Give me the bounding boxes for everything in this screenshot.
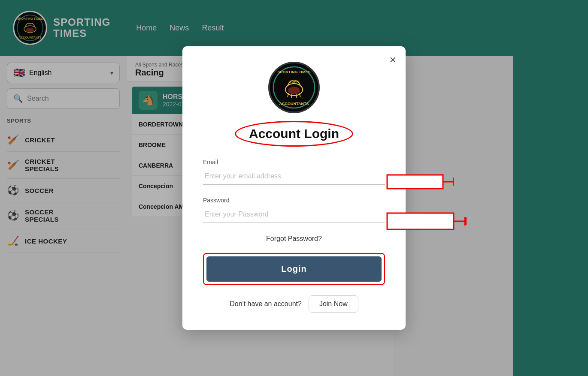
svg-point-12 [288, 87, 300, 94]
password-label: Password [203, 197, 385, 204]
svg-text:TURF: TURF [289, 80, 298, 84]
email-arrow [385, 171, 454, 192]
svg-rect-17 [387, 213, 454, 229]
modal-title-wrapper: Account Login [203, 121, 385, 147]
modal-title: Account Login [235, 121, 353, 147]
forgot-password-link[interactable]: Forgot Password? [203, 235, 385, 243]
svg-text:ACCOUNTANTS: ACCOUNTANTS [279, 102, 309, 106]
modal-close-button[interactable]: × [390, 54, 396, 65]
modal-logo: SPORTING TIMES ACCOUNTANTS TURF [268, 62, 320, 113]
email-form-group: Email [203, 159, 385, 193]
login-modal: × SPORTING TIMES ACCOUNTANTS TURF [182, 46, 406, 330]
email-label: Email [203, 159, 385, 165]
svg-text:SPORTING TIMES: SPORTING TIMES [277, 70, 310, 74]
register-row: Don't have an account? Join Now [203, 295, 385, 313]
password-input[interactable] [203, 206, 385, 223]
login-button-wrapper: Login [203, 253, 385, 285]
svg-rect-14 [387, 175, 443, 189]
no-account-text: Don't have an account? [230, 300, 302, 308]
password-arrow [385, 209, 467, 235]
email-input[interactable] [203, 168, 385, 185]
join-now-button[interactable]: Join Now [309, 295, 358, 313]
password-form-group: Password [203, 197, 385, 232]
modal-overlay: × SPORTING TIMES ACCOUNTANTS TURF [0, 0, 588, 376]
modal-logo-wrapper: SPORTING TIMES ACCOUNTANTS TURF [203, 62, 385, 113]
login-button[interactable]: Login [206, 256, 382, 282]
